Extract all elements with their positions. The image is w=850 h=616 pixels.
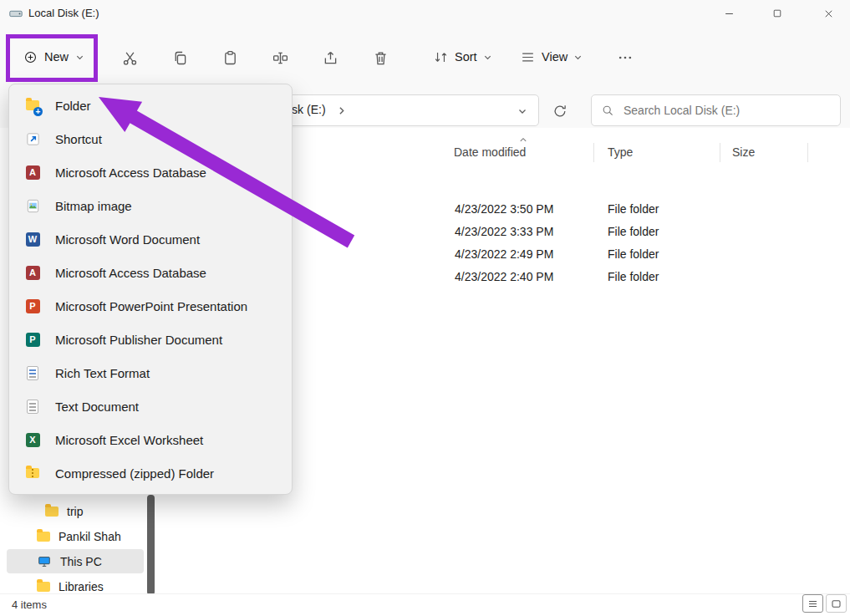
sidebar-item-pankil-shah[interactable]: Pankil Shah (7, 524, 144, 548)
items-count: 4 items (12, 598, 47, 611)
sort-icon (433, 49, 449, 65)
new-context-menu: Folder Shortcut Microsoft Access Databas… (8, 84, 293, 495)
menu-item-label: Compressed (zipped) Folder (55, 466, 214, 481)
chevron-down-icon (483, 53, 492, 62)
delete-icon (372, 49, 389, 67)
menu-item-label: Text Document (55, 400, 139, 414)
sort-button-label: Sort (455, 50, 477, 64)
cut-icon (121, 49, 139, 67)
drive-icon (8, 6, 23, 21)
rtf-icon (24, 364, 41, 381)
column-separator[interactable] (720, 143, 720, 162)
view-icon (520, 49, 536, 65)
column-header-type[interactable]: Type (608, 145, 633, 159)
shortcut-icon (24, 130, 41, 147)
sidebar-item-label: Libraries (59, 580, 104, 593)
minimize-button[interactable] (710, 0, 748, 27)
menu-item-label: Microsoft PowerPoint Presentation (55, 299, 247, 313)
folder-icon (37, 532, 50, 542)
details-view-button[interactable] (802, 594, 823, 613)
cut-button[interactable] (119, 47, 140, 69)
menu-item-label: Rich Text Format (55, 366, 150, 380)
menu-item-compressed-folder[interactable]: Compressed (zipped) Folder (9, 456, 292, 490)
details-view-icon (807, 598, 819, 610)
breadcrumb[interactable]: isk (E:) (289, 103, 326, 116)
access-database-icon (24, 264, 41, 281)
new-folder-icon (24, 97, 41, 114)
thumbnail-view-icon (830, 598, 842, 610)
share-button[interactable] (319, 47, 341, 69)
sidebar-scrollbar[interactable] (147, 495, 155, 595)
menu-item-text-document[interactable]: Text Document (9, 389, 292, 423)
sidebar-item-this-pc[interactable]: This PC (7, 549, 144, 573)
sidebar-item-label: Pankil Shah (59, 530, 121, 543)
menu-item-label: Microsoft Publisher Document (55, 333, 222, 347)
text-document-icon (24, 398, 41, 415)
file-date-modified: 4/23/2022 3:50 PM (455, 202, 553, 216)
rename-button[interactable] (269, 47, 291, 69)
bitmap-image-icon (24, 197, 41, 214)
plus-circle-icon (23, 50, 38, 64)
sort-button[interactable]: Sort (428, 45, 497, 69)
more-options-button[interactable] (614, 47, 636, 69)
column-header-date-modified[interactable]: Date modified (454, 145, 526, 159)
address-dropdown-icon[interactable] (517, 106, 528, 117)
menu-item-folder[interactable]: Folder (9, 89, 292, 122)
close-button[interactable] (807, 0, 850, 27)
menu-item-access-database-2[interactable]: Microsoft Access Database (9, 256, 292, 289)
sidebar-item-label: This PC (60, 555, 102, 568)
search-box[interactable] (591, 94, 841, 126)
excel-icon (24, 431, 41, 448)
paste-button[interactable] (219, 47, 241, 69)
chevron-right-icon[interactable] (336, 105, 348, 117)
computer-icon (37, 554, 52, 569)
search-icon (601, 104, 614, 117)
column-header-size[interactable]: Size (732, 145, 755, 159)
file-type: File folder (608, 270, 659, 283)
maximize-button[interactable] (758, 0, 797, 27)
sort-ascending-caret-icon (517, 135, 529, 145)
file-date-modified: 4/23/2022 3:33 PM (455, 225, 553, 238)
word-document-icon (24, 231, 41, 247)
menu-item-access-database[interactable]: Microsoft Access Database (9, 155, 292, 189)
file-date-modified: 4/23/2022 2:40 PM (455, 270, 553, 283)
menu-item-label: Microsoft Access Database (55, 165, 206, 180)
column-separator[interactable] (593, 143, 594, 162)
powerpoint-icon (24, 298, 41, 314)
menu-item-label: Microsoft Excel Worksheet (55, 433, 203, 447)
copy-button[interactable] (169, 47, 191, 69)
file-type: File folder (608, 247, 659, 261)
menu-item-rich-text-format[interactable]: Rich Text Format (9, 356, 292, 389)
menu-item-powerpoint-presentation[interactable]: Microsoft PowerPoint Presentation (9, 289, 292, 323)
folder-icon (37, 582, 50, 592)
menu-item-shortcut[interactable]: Shortcut (9, 122, 292, 155)
paste-icon (221, 49, 239, 67)
menu-item-bitmap-image[interactable]: Bitmap image (9, 189, 292, 222)
refresh-button[interactable] (549, 100, 570, 121)
thumbnail-view-button[interactable] (826, 594, 847, 613)
new-button[interactable]: New (17, 43, 91, 70)
sidebar-item-trip[interactable]: trip (7, 499, 144, 523)
delete-button[interactable] (369, 47, 391, 69)
file-explorer-window: Local Disk (E:) New (0, 0, 850, 616)
zip-folder-icon (24, 465, 41, 481)
menu-item-excel-worksheet[interactable]: Microsoft Excel Worksheet (9, 423, 292, 456)
menu-item-label: Microsoft Access Database (55, 266, 206, 280)
rename-icon (272, 49, 289, 67)
refresh-icon (552, 104, 568, 119)
menu-item-label: Folder (55, 99, 91, 113)
column-separator[interactable] (807, 143, 808, 162)
copy-icon (171, 49, 189, 67)
file-date-modified: 4/23/2022 2:49 PM (455, 247, 553, 261)
menu-item-word-document[interactable]: Microsoft Word Document (9, 222, 292, 256)
view-button[interactable]: View (515, 45, 588, 69)
title-bar: Local Disk (E:) (0, 0, 850, 27)
new-button-label: New (44, 50, 69, 64)
menu-item-publisher-document[interactable]: Microsoft Publisher Document (9, 323, 292, 356)
publisher-icon (24, 331, 41, 348)
menu-item-label: Bitmap image (55, 199, 132, 213)
view-button-label: View (542, 50, 568, 64)
search-input[interactable] (622, 103, 831, 118)
chevron-down-icon (573, 53, 583, 62)
status-bar: 4 items (0, 593, 850, 616)
